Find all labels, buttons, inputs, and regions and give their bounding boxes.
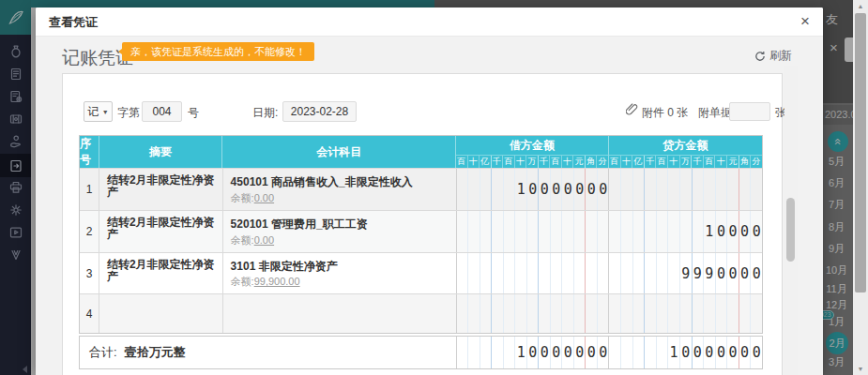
digit-cell [504,211,516,252]
digit-cell [527,211,540,252]
receipt-count-input[interactable] [729,102,770,121]
digit-cell [633,253,646,293]
balance-label: 余额: [231,276,254,287]
digit-column-label: 万 [526,156,539,168]
voucher-card: 记 ▼ 字第 004 号 日期: 2023-02-28 附件 0 张 附单据 张 [62,73,783,375]
digit-column-label: 百 [550,156,562,168]
digit-cell [609,211,621,252]
digit-cell [504,253,516,293]
debit-digit-columns: 百十亿千百十万千百十元角分 [456,156,609,168]
digit-cell: 0 [574,337,586,368]
digit-cell [657,337,669,368]
row-number: 4 [80,294,99,333]
digit-cell [716,169,728,210]
row-summary: 结转2月非限定性净资产 [99,211,223,252]
scrollbar-thumb[interactable] [855,13,866,292]
digit-column-label: 十 [621,156,633,168]
digit-column-label: 千 [645,156,657,168]
digit-cell [633,211,646,252]
digit-cell [480,253,493,293]
voucher-number-input[interactable]: 004 [142,101,182,122]
voucher-word-select[interactable]: 记 ▼ [84,101,113,122]
balance-line: 余额:0.00 [231,233,274,248]
digit-cell: 0 [586,337,598,368]
scrollbar-down-arrow[interactable]: ▼ [853,366,868,372]
row-credit-amount [609,294,762,333]
row-debit-amount [457,294,610,333]
digit-cell: 9 [680,253,693,293]
digit-cell: 9 [693,253,705,293]
digit-column-label: 千 [539,156,551,168]
digit-cell: 0 [562,169,574,210]
digit-column-label: 百 [456,156,468,168]
digit-cell [727,169,739,210]
digit-cell [551,253,563,293]
digit-cell [515,211,527,252]
refresh-icon [754,51,766,62]
digit-column-label: 亿 [632,156,645,168]
view-voucher-modal: 查看凭证 × 记账凭证 亲，该凭证是系统生成的，不能修改！ 刷新 记 ▼ 字第 [36,8,823,375]
digit-cell [468,294,480,333]
balance-value[interactable]: 99,900.00 [254,276,300,287]
digit-cell [645,253,657,293]
balance-value[interactable]: 0.00 [254,192,274,203]
digit-cell [739,294,752,333]
digit-cell [704,169,716,210]
digit-column-label: 十 [562,156,574,168]
row-credit-amount [609,169,762,210]
digit-cell [609,169,621,210]
digit-cell [468,169,480,210]
digit-cell: 1 [668,337,680,368]
row-summary: 结转2月非限定性净资产 [99,253,223,293]
total-row: 合计: 壹拾万元整 10000000 10000000 [79,336,763,369]
digit-cell [457,253,469,293]
digit-cell: 0 [551,337,563,368]
digit-column-label: 分 [751,156,762,168]
balance-line: 余额:0.00 [231,191,274,205]
digit-cell [515,253,527,293]
attachment-label[interactable]: 附件 0 张 [642,105,688,121]
digit-cell [515,294,527,333]
modal-scrollbar-thumb[interactable] [786,198,795,262]
col-header-no: 序号 [80,136,99,168]
voucher-row: 3结转2月非限定性净资产3101 非限定性净资产余额:99,900.009990… [80,252,762,293]
digit-column-label: 千 [692,156,704,168]
digit-column-label: 百 [656,156,668,168]
voucher-row: 1结转2月非限定性净资产450101 商品销售收入_非限定性收入余额:0.001… [80,168,762,210]
digit-cell [727,294,739,333]
digit-cell [657,253,669,293]
digit-cell [574,294,586,333]
date-input[interactable]: 2023-02-28 [282,101,357,122]
digit-cell: 0 [539,337,551,368]
digit-cell [586,294,598,333]
scrollbar-up-arrow[interactable]: ▲ [853,3,868,9]
digit-column-label: 分 [597,156,608,168]
voucher-row: 2结转2月非限定性净资产520101 管理费用_职工工资余额:0.0010000 [80,210,762,252]
total-amount-words: 壹拾万元整 [125,344,186,361]
digit-cell [645,337,657,368]
row-summary: 结转2月非限定性净资产 [99,169,223,210]
digit-cell [527,253,540,293]
amount-headers: 借方金额 贷方金额 百十亿千百十万千百十元角分 百十亿千百十万千百十元角分 [456,136,762,168]
row-credit-amount: 9990000 [609,253,762,293]
modal-scrollbar[interactable] [784,66,798,375]
refresh-button[interactable]: 刷新 [754,48,792,64]
digit-cell [645,294,657,333]
balance-value[interactable]: 0.00 [254,234,274,246]
digit-cell: 0 [751,253,762,293]
digit-cell: 0 [551,169,563,210]
col-header-summary: 摘要 [99,136,222,168]
digit-cell [468,211,480,252]
modal-close-icon[interactable]: × [800,8,810,36]
digit-cell: 0 [739,253,752,293]
voucher-table-body: 1结转2月非限定性净资产450101 商品销售收入_非限定性收入余额:0.001… [80,168,762,333]
modal-body: 记账凭证 亲，该凭证是系统生成的，不能修改！ 刷新 记 ▼ 字第 004 号 日… [36,37,823,375]
digit-cell [668,253,680,293]
digit-cell: 0 [727,211,739,252]
voucher-table-header: 序号 摘要 会计科目 借方金额 贷方金额 百十亿千百十万千百十元角分 百十亿千百… [80,136,762,168]
digit-cell: 0 [527,169,540,210]
digit-cell [457,294,469,333]
row-number: 3 [80,253,99,293]
app-scrollbar[interactable]: ▲ ▼ [853,0,868,375]
digit-column-label: 元 [573,156,586,168]
